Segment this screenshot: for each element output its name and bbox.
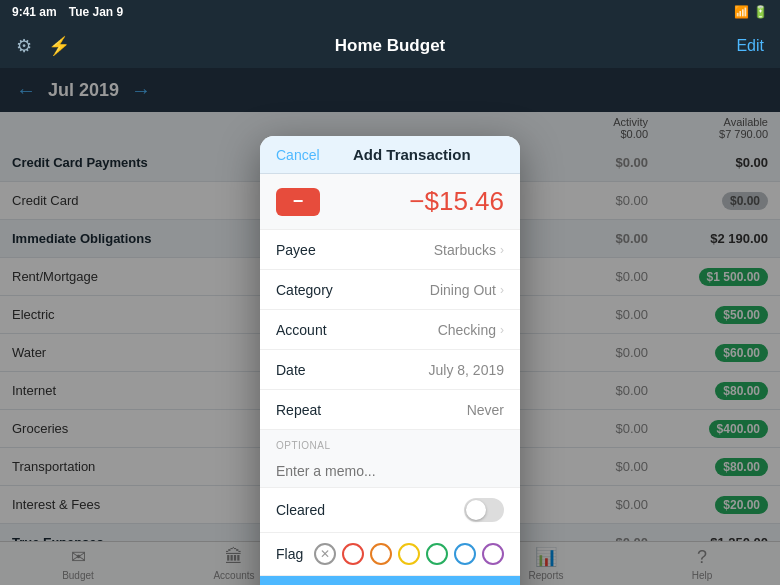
nav-title: Home Budget xyxy=(335,36,446,56)
amount-toggle-button[interactable]: − xyxy=(276,188,320,216)
category-value[interactable]: Dining Out › xyxy=(351,282,504,298)
optional-label: OPTIONAL xyxy=(276,436,504,455)
memo-input[interactable] xyxy=(276,455,504,487)
flag-row: Flag ✕ xyxy=(260,533,520,576)
status-time: 9:41 am xyxy=(12,5,57,19)
minus-icon: − xyxy=(293,191,304,212)
flag-none-button[interactable]: ✕ xyxy=(314,543,336,565)
repeat-row[interactable]: Repeat Never xyxy=(260,390,520,430)
lightning-icon[interactable]: ⚡ xyxy=(48,35,70,57)
category-label: Category xyxy=(276,282,351,298)
date-row[interactable]: Date July 8, 2019 xyxy=(260,350,520,390)
battery-icon: 🔋 xyxy=(753,5,768,19)
category-row[interactable]: Category Dining Out › xyxy=(260,270,520,310)
status-bar: 9:41 am Tue Jan 9 📶 🔋 xyxy=(0,0,780,24)
payee-value[interactable]: Starbucks › xyxy=(351,242,504,258)
save-transaction-button[interactable]: Save Transaction xyxy=(260,576,520,585)
flag-blue-button[interactable] xyxy=(454,543,476,565)
flag-yellow-button[interactable] xyxy=(398,543,420,565)
toggle-knob xyxy=(466,500,486,520)
payee-row[interactable]: Payee Starbucks › xyxy=(260,230,520,270)
repeat-value[interactable]: Never xyxy=(351,402,504,418)
nav-bar: ⚙ ⚡ Home Budget Edit xyxy=(0,24,780,68)
status-right: 📶 🔋 xyxy=(734,5,768,19)
form-section: Payee Starbucks › Category Dining Out › … xyxy=(260,230,520,430)
amount-area: − −$15.46 xyxy=(260,174,520,230)
flag-label: Flag xyxy=(276,546,306,562)
content-area: ← Jul 2019 → Activity $0.00 Available $7… xyxy=(0,68,780,585)
modal-header: Cancel Add Transaction xyxy=(260,136,520,174)
settings-icon[interactable]: ⚙ xyxy=(16,35,32,57)
nav-left: ⚙ ⚡ xyxy=(16,35,70,57)
account-value[interactable]: Checking › xyxy=(351,322,504,338)
cleared-row: Cleared xyxy=(260,487,520,533)
date-value[interactable]: July 8, 2019 xyxy=(351,362,504,378)
chevron-right-icon: › xyxy=(500,323,504,337)
edit-button[interactable]: Edit xyxy=(736,37,764,55)
wifi-icon: 📶 xyxy=(734,5,749,19)
add-transaction-modal: Cancel Add Transaction − −$15.46 Payee S… xyxy=(260,136,520,585)
status-day: Tue Jan 9 xyxy=(69,5,123,19)
flag-circles: ✕ xyxy=(314,543,504,565)
cleared-toggle[interactable] xyxy=(464,498,504,522)
chevron-right-icon: › xyxy=(500,243,504,257)
account-label: Account xyxy=(276,322,351,338)
flag-purple-button[interactable] xyxy=(482,543,504,565)
date-label: Date xyxy=(276,362,351,378)
optional-section: OPTIONAL xyxy=(260,430,520,487)
status-left: 9:41 am Tue Jan 9 xyxy=(12,5,123,19)
flag-orange-button[interactable] xyxy=(370,543,392,565)
payee-label: Payee xyxy=(276,242,351,258)
chevron-right-icon: › xyxy=(500,283,504,297)
flag-red-button[interactable] xyxy=(342,543,364,565)
repeat-label: Repeat xyxy=(276,402,351,418)
account-row[interactable]: Account Checking › xyxy=(260,310,520,350)
cancel-button[interactable]: Cancel xyxy=(276,147,320,163)
flag-green-button[interactable] xyxy=(426,543,448,565)
amount-value[interactable]: −$15.46 xyxy=(409,186,504,217)
modal-title: Add Transaction xyxy=(320,146,504,163)
page: 9:41 am Tue Jan 9 📶 🔋 ⚙ ⚡ Home Budget Ed… xyxy=(0,0,780,585)
cleared-label: Cleared xyxy=(276,502,351,518)
